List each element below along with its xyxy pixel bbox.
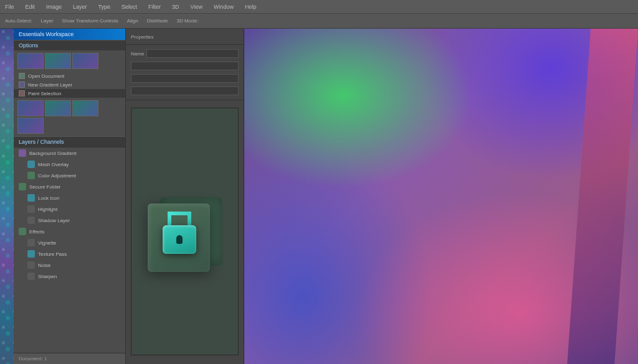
layer-label: Highlight (38, 207, 57, 212)
menubar: File Edit Image Layer Type Select Filter… (0, 0, 638, 14)
layer-row[interactable]: Shadow Layer (14, 215, 125, 226)
history-label: Paint Selection (28, 91, 61, 96)
divider (126, 44, 244, 45)
menu-type[interactable]: Type (98, 4, 111, 10)
layer-row[interactable]: Texture Pass (14, 248, 125, 259)
layer-row[interactable]: Vignette (14, 237, 125, 248)
option-align[interactable]: Align (127, 18, 138, 24)
property-input[interactable] (131, 86, 239, 95)
thumbnail[interactable] (17, 118, 44, 134)
menu-select[interactable]: Select (121, 4, 137, 10)
folder-icon (19, 228, 26, 235)
lock-folder-graphic (148, 188, 222, 275)
canvas-area: Untitled-1 @ 66.7% (RGB/8) (244, 29, 638, 364)
layer-icon (27, 273, 35, 280)
history-item[interactable]: Paint Selection (14, 89, 125, 98)
layer-row[interactable]: Secure Folder (14, 181, 125, 192)
layer-row[interactable]: Background Gradient (14, 147, 125, 159)
menu-3d[interactable]: 3D (172, 4, 179, 10)
left-panel-stack: Essentials Workspace Options Open Docume… (14, 29, 126, 364)
layer-icon (27, 194, 35, 202)
thumbnail[interactable] (45, 53, 71, 69)
thumbnail[interactable] (17, 100, 44, 116)
layer-icon (27, 172, 35, 179)
layer-label: Noise (38, 263, 50, 268)
thumbnail[interactable] (72, 100, 98, 116)
property-input[interactable] (131, 74, 239, 83)
layer-row[interactable]: Mesh Overlay (14, 159, 125, 170)
menu-image[interactable]: Image (46, 4, 62, 10)
layers-panel[interactable]: Background Gradient Mesh Overlay Color A… (14, 147, 125, 353)
layer-label: Effects (29, 229, 44, 235)
folder-icon (19, 183, 26, 190)
brush-preview-strip (0, 29, 14, 364)
layer-label: Color Adjustment (38, 173, 76, 179)
property-row: Name (126, 47, 244, 60)
layer-label: Mesh Overlay (38, 162, 69, 167)
option-3d-mode[interactable]: 3D Mode: (176, 18, 198, 24)
option-transform[interactable]: Show Transform Controls (62, 18, 118, 24)
property-label: Name (131, 51, 144, 57)
thumbnail[interactable] (17, 53, 44, 69)
lock-keyhole-icon (176, 235, 183, 244)
thumbnail[interactable] (45, 100, 71, 116)
layer-icon (27, 161, 35, 168)
layer-icon (27, 217, 35, 224)
layer-row[interactable]: Noise (14, 259, 125, 271)
layer-label: Background Gradient (29, 151, 77, 156)
menu-filter[interactable]: Filter (148, 4, 161, 10)
menu-file[interactable]: File (5, 4, 14, 10)
swatch-thumbnails (14, 50, 125, 72)
option-distribute[interactable]: Distribute (147, 18, 168, 24)
menu-layer[interactable]: Layer (73, 4, 87, 10)
property-row (126, 85, 244, 97)
square-icon (19, 90, 25, 96)
history-label: New Gradient Layer (28, 82, 72, 88)
layer-icon (27, 239, 35, 246)
property-input[interactable] (131, 62, 239, 70)
layer-label: Secure Folder (29, 184, 60, 190)
property-input[interactable] (146, 49, 239, 58)
square-icon (19, 73, 25, 79)
divider (126, 100, 244, 100)
properties-panel: Properties Name (126, 29, 244, 364)
layer-row[interactable]: Highlight (14, 203, 125, 215)
workspace-header[interactable]: Essentials Workspace (14, 29, 125, 40)
option-auto-select[interactable]: Auto-Select: (5, 18, 32, 24)
preset-thumbnails (14, 98, 125, 136)
layer-row[interactable]: Color Adjustment (14, 170, 125, 181)
menu-view[interactable]: View (191, 4, 202, 10)
property-row (126, 60, 244, 72)
thumbnail[interactable] (72, 53, 98, 69)
layer-row[interactable]: Sharpen (14, 271, 125, 282)
layer-icon (19, 149, 26, 157)
layer-label: Sharpen (38, 274, 57, 279)
menu-edit[interactable]: Edit (26, 4, 36, 10)
layer-label: Vignette (38, 240, 56, 246)
layer-label: Lock Icon (38, 195, 59, 201)
square-icon (19, 82, 25, 88)
menu-window[interactable]: Window (214, 4, 234, 10)
panel-tab-layers[interactable]: Layers / Channels (14, 136, 125, 147)
history-item[interactable]: Open Document (14, 72, 125, 80)
canvas[interactable] (244, 29, 638, 364)
layer-icon (27, 250, 35, 258)
panel-tab-options[interactable]: Options (14, 40, 125, 50)
panel-tab-properties[interactable]: Properties (126, 32, 244, 42)
history-label: Open Document (28, 73, 64, 79)
layer-icon (27, 261, 35, 269)
menu-help[interactable]: Help (245, 4, 257, 10)
layer-icon (27, 205, 35, 213)
layer-label: Shadow Layer (38, 218, 70, 223)
layer-row[interactable]: Effects (14, 226, 125, 237)
option-layer-dropdown[interactable]: Layer (41, 18, 54, 24)
history-item[interactable]: New Gradient Layer (14, 80, 125, 89)
status-bar: Document: 1 (14, 353, 125, 364)
optionbar: Auto-Select: Layer Show Transform Contro… (0, 14, 638, 29)
layer-label: Texture Pass (38, 251, 67, 257)
layer-row[interactable]: Lock Icon (14, 192, 125, 203)
asset-preview (131, 108, 239, 355)
property-row (126, 72, 244, 85)
